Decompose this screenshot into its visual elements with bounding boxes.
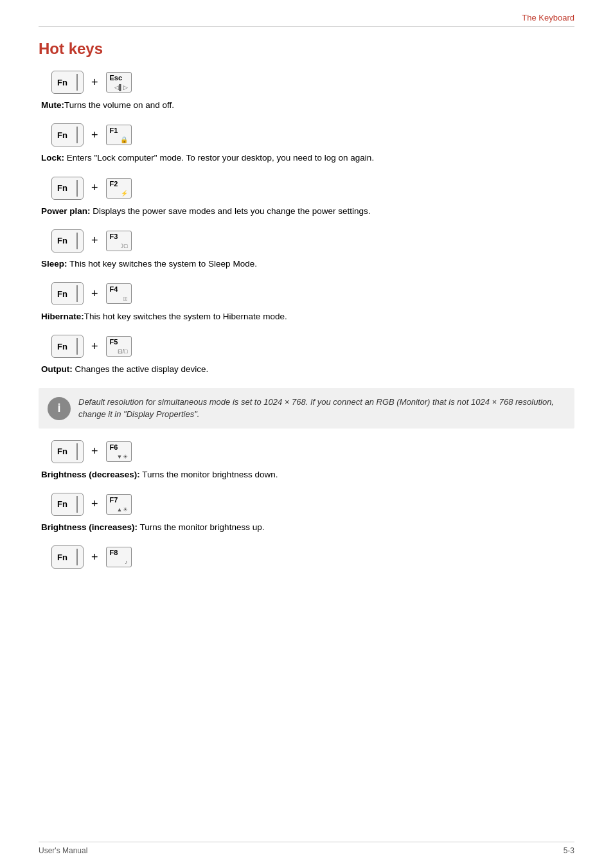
fn-key-power-plan: Fn [51, 177, 84, 200]
info-icon: i [48, 397, 71, 420]
mute-text: Turns the volume on and off. [64, 100, 174, 110]
fn-key-hibernate: Fn [51, 282, 84, 305]
plus-brightness-up: + [91, 497, 98, 511]
f8-label: F8 [110, 549, 118, 556]
f1-key-lock: F1 🔒 [106, 125, 132, 145]
footer: User's Manual 5-3 [39, 842, 574, 855]
footer-left: User's Manual [39, 846, 87, 855]
brightness-up-bold: Brightness (increases): [41, 522, 138, 532]
f3-label: F3 [110, 233, 118, 240]
plus-sleep: + [91, 234, 98, 247]
plus-mute: + [91, 76, 98, 89]
f8-key: F8 ♪ [106, 547, 132, 567]
f3-key-sleep: F3 ☽□ [106, 231, 132, 251]
hotkey-sleep: Fn + F3 ☽□ Sleep: This hot key switches … [39, 229, 574, 270]
lock-text: Enters "Lock computer" mode. To restor y… [64, 153, 374, 163]
brightness-up-text: Turns the monitor brightness up. [138, 522, 264, 532]
f5-label: F5 [110, 338, 118, 346]
footer-right: 5-3 [564, 846, 574, 855]
f6-key-brightness-down: F6 ▼☀ [106, 441, 132, 462]
f7-key-brightness-up: F7 ▲☀ [106, 494, 132, 515]
output-bold: Output: [41, 364, 73, 374]
f4-key-hibernate: F4 ▶⃝ [106, 283, 132, 304]
f2-icon: ⚡ [121, 190, 128, 197]
fn-label-lock: Fn [57, 130, 67, 140]
fn-label-sleep: Fn [57, 236, 67, 245]
esc-icon: ◁▌▷ [114, 84, 127, 91]
key-row-mute: Fn + Esc ◁▌▷ [51, 71, 574, 94]
info-text: Default resolution for simultaneous mode… [78, 396, 565, 421]
key-row-sleep: Fn + F3 ☽□ [51, 229, 574, 252]
hotkey-lock: Fn + F1 🔒 Lock: Enters "Lock computer" m… [39, 123, 574, 164]
hotkey-brightness-down: Fn + F6 ▼☀ Brightness (decreases): Turns… [39, 440, 574, 481]
hotkey-output: Fn + F5 ⊡/□ Output: Changes the active d… [39, 335, 574, 376]
plus-hibernate: + [91, 287, 98, 301]
esc-key-mute: Esc ◁▌▷ [106, 72, 132, 93]
power-plan-description: Power plan: Displays the power save mode… [41, 205, 574, 218]
f4-label: F4 [110, 285, 118, 293]
f4-icon: ▶⃝ [123, 296, 128, 302]
info-box: i Default resolution for simultaneous mo… [39, 388, 574, 429]
key-row-lock: Fn + F1 🔒 [51, 123, 574, 146]
key-row-brightness-down: Fn + F6 ▼☀ [51, 440, 574, 463]
fn-label-brightness-up: Fn [57, 499, 67, 509]
power-plan-bold: Power plan: [41, 206, 91, 216]
fn-key-output: Fn [51, 335, 84, 358]
page: The Keyboard Hot keys Fn + Esc ◁▌▷ Mute:… [0, 0, 613, 868]
lock-description: Lock: Enters "Lock computer" mode. To re… [41, 152, 574, 164]
plus-f8: + [91, 551, 98, 564]
fn-label-mute: Fn [57, 78, 67, 87]
fn-label-hibernate: Fn [57, 289, 67, 299]
f3-icon: ☽□ [119, 243, 127, 249]
f5-key-output: F5 ⊡/□ [106, 336, 132, 357]
fn-label-power-plan: Fn [57, 183, 67, 193]
hotkey-brightness-up: Fn + F7 ▲☀ Brightness (increases): Turns… [39, 493, 574, 534]
plus-lock: + [91, 128, 98, 142]
f1-label: F1 [110, 127, 118, 134]
hibernate-text: This hot key switches the system to Hibe… [84, 312, 287, 321]
f8-icon: ♪ [125, 559, 128, 565]
key-row-power-plan: Fn + F2 ⚡ [51, 177, 574, 200]
hibernate-description: Hibernate:This hot key switches the syst… [41, 310, 574, 323]
key-row-f8: Fn + F8 ♪ [51, 545, 574, 569]
plus-output: + [91, 340, 98, 353]
key-row-hibernate: Fn + F4 ▶⃝ [51, 282, 574, 305]
info-letter: i [57, 402, 60, 415]
fn-key-lock: Fn [51, 123, 84, 146]
fn-key-brightness-up: Fn [51, 493, 84, 516]
output-text: Changes the active display device. [73, 364, 209, 374]
hotkey-mute: Fn + Esc ◁▌▷ Mute:Turns the volume on an… [39, 71, 574, 112]
hotkey-power-plan: Fn + F2 ⚡ Power plan: Displays the power… [39, 177, 574, 218]
plus-brightness-down: + [91, 445, 98, 458]
output-description: Output: Changes the active display devic… [41, 363, 574, 376]
f2-key-power-plan: F2 ⚡ [106, 178, 132, 199]
f1-icon: 🔒 [120, 136, 128, 143]
fn-label-brightness-down: Fn [57, 447, 67, 456]
f5-icon: ⊡/□ [118, 348, 128, 355]
brightness-down-bold: Brightness (decreases): [41, 470, 140, 479]
fn-key-f8: Fn [51, 545, 84, 569]
mute-bold: Mute: [41, 100, 64, 110]
section-title: Hot keys [39, 40, 574, 58]
mute-description: Mute:Turns the volume on and off. [41, 99, 574, 112]
f7-label: F7 [110, 496, 118, 504]
page-section-title: The Keyboard [522, 13, 574, 22]
hotkey-hibernate: Fn + F4 ▶⃝ Hibernate:This hot key switch… [39, 282, 574, 323]
sleep-description: Sleep: This hot key switches the system … [41, 258, 574, 270]
fn-key-brightness-down: Fn [51, 440, 84, 463]
key-row-output: Fn + F5 ⊡/□ [51, 335, 574, 358]
f6-label: F6 [110, 443, 118, 451]
esc-label: Esc [110, 74, 123, 82]
fn-label-f8: Fn [57, 553, 67, 562]
key-row-brightness-up: Fn + F7 ▲☀ [51, 493, 574, 516]
fn-key-mute: Fn [51, 71, 84, 94]
sleep-text: This hot key switches the system to Slee… [67, 259, 257, 269]
hotkey-f8: Fn + F8 ♪ [39, 545, 574, 569]
hibernate-bold: Hibernate: [41, 312, 84, 321]
brightness-up-description: Brightness (increases): Turns the monito… [41, 521, 574, 534]
lock-bold: Lock: [41, 153, 64, 163]
sleep-bold: Sleep: [41, 259, 67, 269]
brightness-down-description: Brightness (decreases): Turns the monito… [41, 468, 574, 481]
fn-key-sleep: Fn [51, 229, 84, 252]
brightness-down-text: Turns the monitor brightness down. [140, 470, 278, 479]
